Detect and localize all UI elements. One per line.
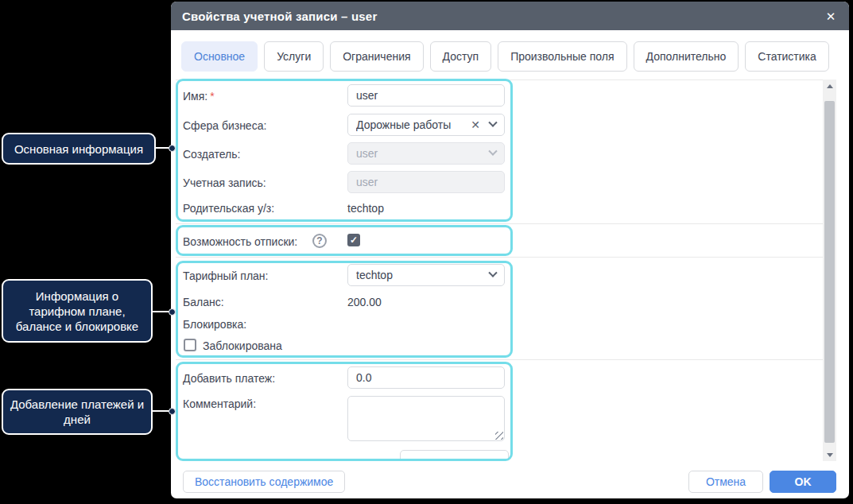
chevron-down-icon: [488, 118, 497, 127]
required-asterisk: *: [210, 90, 214, 103]
tab-proizvolnye-polya[interactable]: Произвольные поля: [498, 41, 626, 72]
arrow-down-icon: [827, 453, 833, 457]
tab-dostup[interactable]: Доступ: [430, 41, 492, 72]
business-label: Сфера бизнеса:: [183, 119, 266, 132]
tab-ogranicheniya[interactable]: Ограничения: [330, 41, 423, 72]
payment-input[interactable]: [347, 366, 505, 389]
callout-basic-info: Основная информация: [2, 133, 156, 165]
dialog-title: Свойства учетной записи – user: [182, 10, 377, 23]
tab-uslugi[interactable]: Услуги: [264, 41, 324, 72]
screenshot-frame: Свойства учетной записи – user ✕ Основно…: [0, 0, 853, 504]
divider: [176, 359, 834, 360]
business-select[interactable]: Дорожные работы ✕: [347, 114, 505, 136]
block-label: Блокировка:: [183, 318, 246, 331]
unsubscribe-label: Возможность отписки:: [183, 235, 297, 248]
clear-icon[interactable]: ✕: [471, 118, 480, 131]
parent-account-value: techtop: [347, 202, 384, 215]
balance-value: 200.00: [347, 296, 382, 308]
callout-dot: [169, 308, 176, 316]
tab-dopolnitelno[interactable]: Дополнительно: [634, 41, 739, 72]
tab-statistika[interactable]: Статистика: [745, 41, 829, 72]
callout-tariff-info: Информация о тарифном плане, балансе и б…: [2, 279, 153, 343]
callout-dot: [169, 145, 176, 152]
vertical-scrollbar[interactable]: [823, 79, 836, 461]
callout-payments: Добавление платежей и дней: [2, 389, 153, 435]
resize-handle[interactable]: [495, 432, 503, 440]
name-input[interactable]: [347, 84, 505, 107]
tariff-label: Тарифный план:: [183, 269, 269, 282]
payment-label: Добавить платеж:: [183, 372, 275, 385]
partial-input[interactable]: [400, 450, 509, 461]
balance-label: Баланс:: [183, 296, 224, 308]
name-label: Имя:*: [183, 90, 215, 103]
cancel-button[interactable]: Отмена: [688, 471, 763, 493]
blocked-checkbox[interactable]: [184, 339, 196, 351]
account-label: Учетная запись:: [183, 176, 266, 189]
arrow-up-icon: [827, 84, 833, 88]
ok-button[interactable]: OK: [770, 471, 836, 493]
creator-select-value: user: [356, 147, 490, 160]
tariff-select[interactable]: techtop: [347, 264, 505, 286]
business-select-value: Дорожные работы: [356, 118, 471, 131]
scrollbar-thumb[interactable]: [824, 101, 835, 443]
callout-dot: [169, 408, 176, 415]
tariff-select-value: techtop: [356, 269, 490, 281]
unsubscribe-checkbox[interactable]: ✓: [347, 234, 360, 246]
restore-content-button[interactable]: Восстановить содержимое: [183, 471, 345, 493]
creator-select: user: [347, 142, 505, 165]
scroll-down-button[interactable]: [823, 448, 836, 461]
tab-osnovnoe[interactable]: Основное: [181, 41, 258, 72]
blocked-checkbox-label: Заблокирована: [203, 339, 282, 352]
tab-bar: Основное Услуги Ограничения Доступ Произ…: [181, 41, 829, 72]
account-properties-dialog: Свойства учетной записи – user ✕ Основно…: [171, 2, 849, 498]
divider: [176, 223, 834, 224]
dialog-titlebar: Свойства учетной записи – user: [171, 2, 849, 30]
help-icon[interactable]: ?: [312, 234, 327, 248]
creator-label: Создатель:: [183, 148, 240, 161]
close-icon[interactable]: ✕: [822, 8, 839, 25]
parent-account-label: Родительская у/з:: [183, 202, 274, 215]
chevron-down-icon: [488, 269, 497, 277]
account-input: [347, 171, 505, 193]
comment-label: Комментарий:: [183, 397, 256, 410]
chevron-down-icon: [488, 147, 497, 156]
scroll-up-button[interactable]: [823, 79, 836, 92]
divider: [176, 257, 834, 258]
comment-textarea[interactable]: [347, 396, 505, 441]
